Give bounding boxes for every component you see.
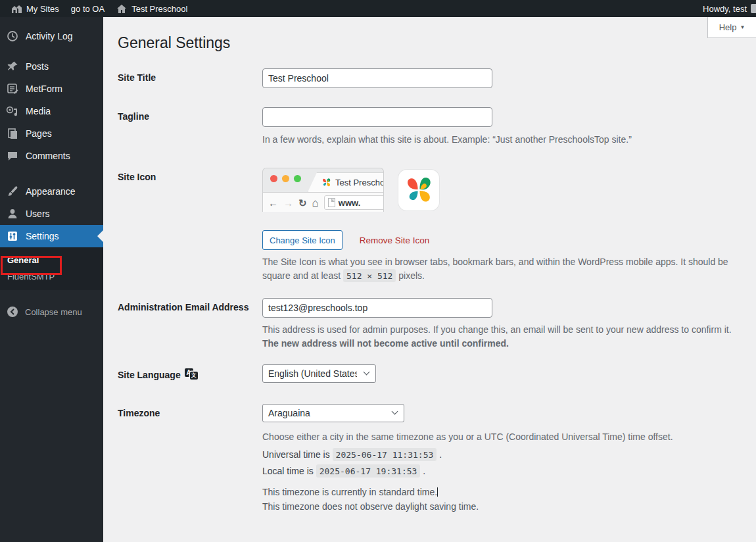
avatar: [751, 4, 756, 13]
site-language-select[interactable]: English (United States): [262, 364, 376, 383]
sidebar-item-activity-log[interactable]: Activity Log: [0, 25, 103, 47]
sidebar-item-label: Pages: [26, 128, 52, 139]
icon-size-code: 512 × 512: [343, 269, 396, 282]
form-icon: [6, 82, 19, 95]
submenu-item-general[interactable]: General: [0, 252, 103, 268]
settings-icon: [6, 230, 19, 243]
browser-tab: Test Preschool: [308, 172, 384, 192]
admin-email-description: This address is used for admin purposes.…: [262, 323, 743, 350]
sidebar-item-label: MetForm: [26, 84, 62, 94]
help-label: Help: [719, 22, 737, 32]
change-site-icon-button[interactable]: Change Site Icon: [262, 230, 343, 250]
admin-email-desc-text: This address is used for admin purposes.…: [262, 324, 732, 335]
site-title-input[interactable]: [262, 68, 492, 88]
butterfly-favicon: [321, 178, 331, 187]
collapse-icon: [6, 305, 19, 318]
admin-email-input[interactable]: [262, 298, 492, 318]
timezone-select[interactable]: Araguaina: [262, 404, 404, 422]
page-icon: [328, 198, 335, 207]
sidebar-item-metform[interactable]: MetForm: [0, 78, 103, 100]
submenu-item-fluentsmtp[interactable]: FluentSMTP: [0, 268, 103, 285]
site-name-menu[interactable]: Test Preschool: [110, 0, 193, 17]
tagline-label: Tagline: [118, 107, 262, 146]
sidebar-item-label: Users: [26, 209, 50, 219]
butterfly-logo: [404, 175, 434, 205]
howdy-label[interactable]: Howdy, test: [703, 4, 747, 14]
timezone-label: Timezone: [118, 404, 262, 514]
universal-time-value: 2025-06-17 11:31:53: [333, 448, 437, 461]
chevron-down-icon: ▼: [740, 24, 745, 30]
site-icon-description: The Site Icon is what you see in browser…: [262, 255, 743, 282]
pin-icon: [6, 60, 19, 73]
universal-time-line: Universal time is 2025-06-17 11:31:53 .: [262, 449, 743, 460]
general-settings-page: General Settings Site Title Tagline In a…: [103, 17, 756, 542]
traffic-light-red: [270, 175, 277, 182]
browser-preview: Test Preschool ← → ↻ ⌂ www.: [262, 168, 384, 212]
universal-time-prefix: Universal time is: [262, 449, 333, 460]
go-to-oa-label: go to OA: [71, 4, 105, 14]
back-arrow-icon: ←: [268, 198, 278, 208]
clock-icon: [6, 30, 19, 43]
page-title: General Settings: [118, 17, 743, 53]
standard-time-note: This timezone is currently in standard t…: [262, 485, 743, 499]
refresh-icon: ↻: [298, 198, 307, 208]
translation-icon-b: 文: [190, 372, 198, 380]
standard-time-text: This timezone is currently in standard t…: [262, 487, 437, 497]
address-text: www.: [339, 198, 360, 208]
admin-sidebar: Activity Log Posts MetForm Media Pages C…: [0, 17, 103, 542]
sidebar-item-appearance[interactable]: Appearance: [0, 180, 103, 203]
app-icon-preview: [398, 170, 439, 210]
my-sites-menu[interactable]: My Sites: [5, 0, 65, 17]
translation-icon: A文: [185, 368, 199, 380]
local-time-value: 2025-06-17 19:31:53: [316, 464, 421, 478]
go-to-oa-link[interactable]: go to OA: [65, 0, 110, 17]
tagline-description: In a few words, explain what this site i…: [262, 133, 743, 146]
site-language-label: Site LanguageA文: [118, 364, 262, 383]
sidebar-item-comments[interactable]: Comments: [0, 145, 103, 167]
local-time-suffix: .: [420, 466, 425, 476]
timezone-description: Choose either a city in the same timezon…: [262, 430, 743, 443]
collapse-menu-button[interactable]: Collapse menu: [0, 301, 103, 323]
sidebar-item-label: Media: [26, 106, 51, 116]
sidebar-item-pages[interactable]: Pages: [0, 122, 103, 145]
universal-time-suffix: .: [437, 449, 442, 460]
home-icon: [116, 4, 128, 14]
user-icon: [6, 207, 19, 220]
sidebar-item-media[interactable]: Media: [0, 100, 103, 122]
my-sites-label: My Sites: [26, 4, 59, 14]
help-dropdown[interactable]: Help ▼: [707, 17, 756, 38]
active-menu-arrow: [97, 230, 103, 242]
browser-tab-title: Test Preschool: [335, 178, 384, 187]
sidebar-item-label: Comments: [26, 151, 70, 161]
sidebar-item-settings[interactable]: Settings: [0, 225, 103, 247]
settings-submenu: General FluentSMTP: [0, 247, 103, 290]
collapse-menu-label: Collapse menu: [25, 307, 82, 317]
site-icon-desc-tail: pixels.: [396, 270, 425, 281]
home-icon: ⌂: [312, 197, 319, 209]
multisite-icon: [11, 4, 22, 14]
site-title-label: Site Title: [118, 68, 262, 88]
local-time-line: Local time is 2025-06-17 19:31:53 .: [262, 466, 743, 476]
site-language-label-text: Site Language: [118, 370, 181, 380]
sidebar-item-label: Activity Log: [26, 31, 73, 41]
sidebar-item-label: Settings: [26, 231, 59, 241]
tagline-input[interactable]: [262, 107, 492, 127]
site-icon-desc-text: The Site Icon is what you see in browser…: [262, 257, 728, 280]
comment-icon: [6, 149, 19, 162]
admin-email-label: Administration Email Address: [118, 298, 262, 350]
sidebar-item-posts[interactable]: Posts: [0, 55, 103, 78]
dst-note: This timezone does not observe daylight …: [262, 499, 743, 514]
pages-icon: [6, 127, 19, 140]
remove-site-icon-link[interactable]: Remove Site Icon: [360, 235, 430, 245]
local-time-prefix: Local time is: [262, 466, 316, 476]
sidebar-item-users[interactable]: Users: [0, 203, 103, 225]
media-icon: [6, 105, 19, 118]
sidebar-item-label: Posts: [26, 61, 49, 72]
brush-icon: [6, 185, 19, 198]
forward-arrow-icon: →: [283, 198, 293, 208]
sidebar-item-label: Appearance: [26, 186, 76, 197]
traffic-light-green: [294, 175, 301, 182]
text-cursor: [437, 487, 438, 497]
site-icon-label: Site Icon: [118, 168, 262, 282]
address-bar: www.: [324, 195, 384, 210]
